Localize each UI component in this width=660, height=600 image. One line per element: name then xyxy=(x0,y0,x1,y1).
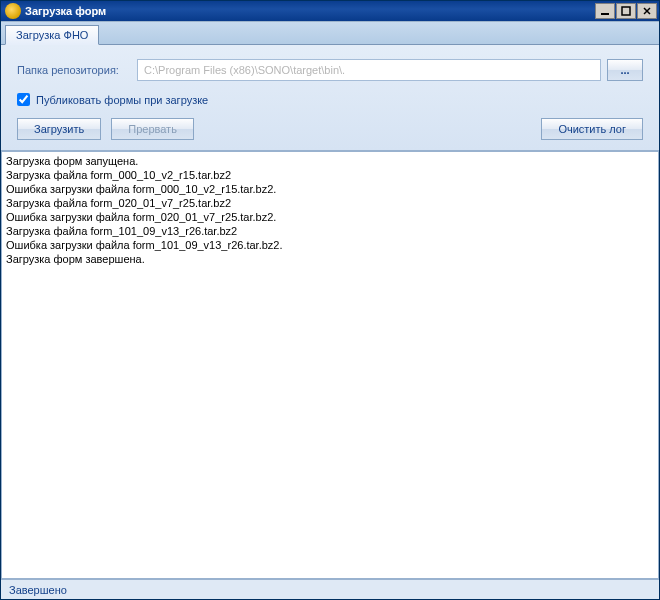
controls-panel: Папка репозитория: ... Публиковать формы… xyxy=(1,45,659,151)
repo-path-input[interactable] xyxy=(137,59,601,81)
abort-button: Прервать xyxy=(111,118,194,140)
publish-checkbox[interactable] xyxy=(17,93,30,106)
maximize-button[interactable] xyxy=(616,3,636,19)
svg-rect-0 xyxy=(601,13,609,15)
tab-bar: Загрузка ФНО xyxy=(1,22,659,45)
publish-label: Публиковать формы при загрузке xyxy=(36,94,208,106)
titlebar: Загрузка форм xyxy=(1,1,659,21)
close-button[interactable] xyxy=(637,3,657,19)
load-button[interactable]: Загрузить xyxy=(17,118,101,140)
app-icon xyxy=(5,3,21,19)
tab-load-fno[interactable]: Загрузка ФНО xyxy=(5,25,99,45)
svg-rect-1 xyxy=(622,7,630,15)
window-body: Загрузка ФНО Папка репозитория: ... Публ… xyxy=(1,21,659,599)
browse-button[interactable]: ... xyxy=(607,59,643,81)
button-row: Загрузить Прервать Очистить лог xyxy=(17,118,643,140)
status-text: Завершено xyxy=(9,584,67,596)
repo-row: Папка репозитория: ... xyxy=(17,59,643,81)
window-controls xyxy=(594,3,657,19)
publish-row: Публиковать формы при загрузке xyxy=(17,93,643,106)
repo-label: Папка репозитория: xyxy=(17,64,137,76)
app-window: Загрузка форм Загрузка ФНО Папка репозит… xyxy=(0,0,660,600)
log-output[interactable]: Загрузка форм запущена. Загрузка файла f… xyxy=(1,151,659,579)
minimize-button[interactable] xyxy=(595,3,615,19)
window-title: Загрузка форм xyxy=(25,5,594,17)
status-bar: Завершено xyxy=(1,579,659,599)
clear-log-button[interactable]: Очистить лог xyxy=(541,118,643,140)
